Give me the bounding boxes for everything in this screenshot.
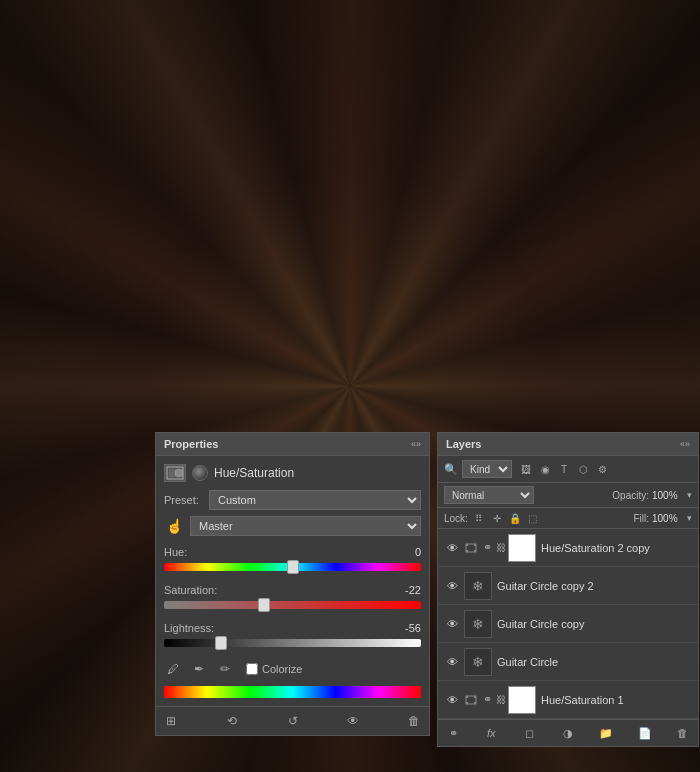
eyedropper-minus-icon[interactable]: ✏: [216, 660, 234, 678]
fill-row: Fill: 100% ▾: [633, 513, 692, 524]
tools-row: 🖊 ✒ ✏ Colorize: [164, 660, 421, 678]
properties-panel-footer: ⊞ ⟲ ↺ 👁 🗑: [156, 706, 429, 735]
properties-circle-icon: [192, 465, 208, 481]
layer-name: Hue/Saturation 2 copy: [541, 542, 692, 554]
lock-icons: ⠿ ✛ 🔒 ⬚: [472, 511, 540, 525]
filter-smart-icon[interactable]: ⚙: [594, 461, 610, 477]
layer-item[interactable]: 👁 ❄ Guitar Circle copy 2: [438, 567, 698, 605]
opacity-row: Opacity: 100% ▾: [612, 490, 692, 501]
colorize-checkbox[interactable]: [246, 663, 258, 675]
lightness-value: -56: [405, 622, 421, 634]
layer-mask-thumbnail: [508, 534, 536, 562]
saturation-slider-track[interactable]: [164, 598, 421, 612]
layer-name: Guitar Circle copy 2: [497, 580, 692, 592]
filter-shape-icon[interactable]: ⬡: [575, 461, 591, 477]
layers-new-layer-icon[interactable]: 📄: [636, 724, 654, 742]
layers-mask-icon[interactable]: ◻: [521, 724, 539, 742]
hue-sat-layer-icon: [164, 464, 186, 482]
layer-smart-thumbnail: ❄: [464, 572, 492, 600]
opacity-value[interactable]: 100%: [652, 490, 684, 501]
layer-visibility-eye[interactable]: 👁: [444, 692, 460, 708]
layers-footer: ⚭ fx ◻ ◑ 📁 📄 🗑: [438, 719, 698, 746]
layer-link-icon[interactable]: ⚭: [480, 693, 494, 707]
layers-trash-icon[interactable]: 🗑: [674, 724, 692, 742]
lock-checkerboard-icon[interactable]: ⠿: [472, 511, 486, 525]
master-row: ☝ Master: [164, 516, 421, 536]
svg-rect-7: [474, 550, 476, 552]
hand-tool-icon[interactable]: ☝: [164, 516, 184, 536]
layer-film-icon[interactable]: [464, 693, 478, 707]
opacity-label: Opacity:: [612, 490, 649, 501]
eyedropper-icon[interactable]: 🖊: [164, 660, 182, 678]
fill-label: Fill:: [633, 513, 649, 524]
layer-chain-icon: ⛓: [496, 542, 506, 553]
properties-panel-content: Hue/Saturation Preset: Custom ☝ Master H…: [156, 456, 429, 706]
hue-sat-title: Hue/Saturation: [214, 466, 294, 480]
hue-slider-row: Hue: 0: [164, 546, 421, 574]
saturation-value: -22: [405, 584, 421, 596]
add-layer-icon[interactable]: ⊞: [162, 712, 180, 730]
preset-select[interactable]: Custom: [209, 490, 421, 510]
history-icon[interactable]: ↺: [284, 712, 302, 730]
layers-link-icon[interactable]: ⚭: [444, 724, 462, 742]
layers-fx-icon[interactable]: fx: [482, 724, 500, 742]
layer-item[interactable]: 👁 ⚭ ⛓ Hue/Saturation 2 copy: [438, 529, 698, 567]
visibility-icon[interactable]: 👁: [344, 712, 362, 730]
layers-adjustment-icon[interactable]: ◑: [559, 724, 577, 742]
lightness-slider-track[interactable]: [164, 636, 421, 650]
layer-visibility-eye[interactable]: 👁: [444, 578, 460, 594]
lock-artboard-icon[interactable]: ⬚: [526, 511, 540, 525]
properties-panel-collapse-icon[interactable]: «»: [411, 439, 421, 449]
layer-visibility-eye[interactable]: 👁: [444, 654, 460, 670]
saturation-label: Saturation:: [164, 584, 217, 596]
layer-adj-icons: ⚭: [464, 541, 494, 555]
layer-film-icon[interactable]: [464, 541, 478, 555]
layer-item[interactable]: 👁 ❄ Guitar Circle: [438, 643, 698, 681]
eyedropper-plus-icon[interactable]: ✒: [190, 660, 208, 678]
fill-value[interactable]: 100%: [652, 513, 684, 524]
layers-panel-collapse-icon[interactable]: «»: [680, 439, 690, 449]
layer-mask-thumbnail: [508, 686, 536, 714]
master-select[interactable]: Master: [190, 516, 421, 536]
saturation-slider-row: Saturation: -22: [164, 584, 421, 612]
filter-image-icon[interactable]: 🖼: [518, 461, 534, 477]
blend-mode-select[interactable]: Normal: [444, 486, 534, 504]
svg-rect-9: [466, 696, 468, 698]
hue-thumb[interactable]: [287, 560, 299, 574]
layer-adj-icons: ⚭: [464, 693, 494, 707]
hue-label-row: Hue: 0: [164, 546, 421, 558]
layers-filter-toolbar: 🔍 Kind 🖼 ◉ T ⬡ ⚙: [438, 456, 698, 483]
hue-slider-track[interactable]: [164, 560, 421, 574]
lock-lock-icon[interactable]: 🔒: [508, 511, 522, 525]
layer-item[interactable]: 👁 ⚭ ⛓ Hue/Saturation 1: [438, 681, 698, 719]
layer-item[interactable]: 👁 ❄ Guitar Circle copy: [438, 605, 698, 643]
preset-label: Preset:: [164, 494, 209, 506]
filter-icons: 🖼 ◉ T ⬡ ⚙: [518, 461, 610, 477]
svg-rect-11: [466, 702, 468, 704]
svg-rect-10: [474, 696, 476, 698]
light-thumb[interactable]: [215, 636, 227, 650]
properties-panel-header: Properties «»: [156, 433, 429, 456]
saturation-label-row: Saturation: -22: [164, 584, 421, 596]
layers-group-icon[interactable]: 📁: [597, 724, 615, 742]
filter-type-icon[interactable]: T: [556, 461, 572, 477]
fill-arrow-icon: ▾: [687, 513, 692, 523]
sat-track: [164, 601, 421, 609]
hue-track: [164, 563, 421, 571]
link-icon[interactable]: ⟲: [223, 712, 241, 730]
layers-panel: Layers «» 🔍 Kind 🖼 ◉ T ⬡ ⚙ Normal Opacit…: [437, 432, 699, 747]
layer-link-icon[interactable]: ⚭: [480, 541, 494, 555]
svg-rect-4: [466, 544, 468, 546]
svg-rect-12: [474, 702, 476, 704]
properties-panel: Properties «» Hue/Saturation Preset: Cus…: [155, 432, 430, 736]
lock-move-icon[interactable]: ✛: [490, 511, 504, 525]
svg-rect-5: [474, 544, 476, 546]
filter-adjustment-icon[interactable]: ◉: [537, 461, 553, 477]
layer-visibility-eye[interactable]: 👁: [444, 540, 460, 556]
sat-thumb[interactable]: [258, 598, 270, 612]
trash-icon[interactable]: 🗑: [405, 712, 423, 730]
layer-visibility-eye[interactable]: 👁: [444, 616, 460, 632]
opacity-arrow-icon: ▾: [687, 490, 692, 500]
kind-select[interactable]: Kind: [462, 460, 512, 478]
svg-rect-6: [466, 550, 468, 552]
